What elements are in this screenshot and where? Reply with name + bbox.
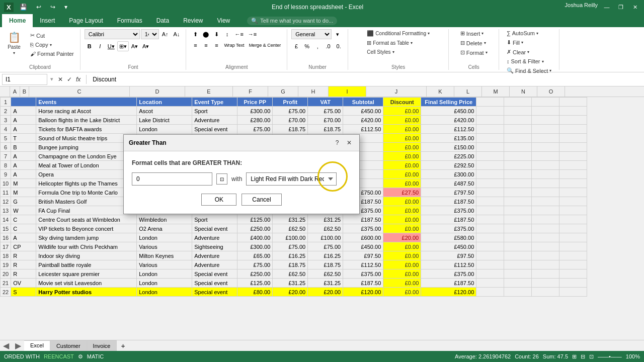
cell-M[interactable] (532, 269, 559, 279)
cell-subtotal[interactable]: £112.50 (343, 260, 383, 269)
cell-price[interactable]: £75.00 (237, 125, 273, 134)
cell-discount[interactable]: £0.00 (383, 269, 421, 279)
cell-subtotal[interactable]: £600.00 (343, 233, 383, 242)
cell-events[interactable]: Wildlife tour with Chris Peckham (36, 242, 137, 251)
col-header-A[interactable]: A (10, 86, 20, 97)
cell-event-type[interactable]: Sport (192, 107, 237, 116)
cell-discount[interactable]: £0.00 (383, 215, 421, 224)
cell-K[interactable] (476, 206, 504, 215)
cell-subtotal[interactable]: £120.00 (343, 288, 383, 297)
dialog-value-input[interactable] (132, 172, 212, 186)
cell-M[interactable] (532, 279, 559, 288)
cell-events[interactable]: Movie set visit Leavesdon (36, 279, 137, 288)
col-header-B[interactable]: B (20, 86, 29, 97)
cell-A[interactable]: A (11, 152, 36, 161)
cell-L[interactable] (504, 188, 532, 197)
cell-profit[interactable]: £75.00 (273, 242, 308, 251)
dialog-format-select[interactable]: Light Red Fill with Dark Red Text Yellow… (246, 172, 337, 186)
cell-L[interactable] (504, 215, 532, 224)
cell-discount[interactable]: £0.00 (383, 143, 421, 152)
cell-styles-button[interactable]: Cell Styles ▾ (365, 48, 396, 56)
sheet-tab-customer[interactable]: Customer (50, 340, 87, 351)
cell-location[interactable]: Lake District (137, 116, 192, 125)
cell-events[interactable]: British Masters Golf (36, 197, 137, 206)
cell-N[interactable] (559, 224, 587, 233)
font-size-select[interactable]: 14 (141, 29, 159, 39)
cell-discount[interactable]: £0.00 (383, 206, 421, 215)
cell-vat[interactable]: £62.50 (308, 269, 343, 279)
cell-final[interactable]: £450.00 (421, 242, 476, 251)
cell-L[interactable] (504, 206, 532, 215)
view-normal-icon[interactable]: ⊞ (572, 353, 577, 360)
cell-discount[interactable]: £0.00 (383, 197, 421, 206)
tab-formulas[interactable]: Formulas (110, 14, 149, 27)
cell-L[interactable] (504, 224, 532, 233)
cancel-formula-button[interactable]: ✕ (56, 76, 64, 83)
add-sheet-button[interactable]: + (117, 341, 129, 351)
bold-button[interactable]: B (85, 41, 95, 51)
cell-discount[interactable]: £0.00 (383, 134, 421, 143)
minimize-button[interactable]: — (602, 2, 612, 12)
cell-A[interactable]: A (11, 233, 36, 242)
cell-final[interactable]: £375.00 (421, 224, 476, 233)
cell-vat[interactable]: £31.25 (308, 279, 343, 288)
cell-C1[interactable]: Location (137, 98, 192, 107)
quick-access-save[interactable]: 💾 (17, 3, 30, 12)
cell-K[interactable] (476, 288, 504, 297)
cell-discount[interactable]: £0.00 (383, 251, 421, 260)
cell-K[interactable] (476, 152, 504, 161)
cell-subtotal[interactable]: £187.50 (343, 279, 383, 288)
sheet-tab-invoice[interactable]: Invoice (87, 340, 117, 351)
cell-location[interactable]: Wimbledon (137, 215, 192, 224)
cell-D1[interactable]: Event Type (192, 98, 237, 107)
delete-button[interactable]: ⊟ Delete ▾ (458, 39, 488, 47)
cell-price[interactable]: £65.00 (237, 251, 273, 260)
fill-button[interactable]: ⬇ Fill ▾ (505, 38, 525, 47)
cell-event-type[interactable]: Adventure (192, 251, 237, 260)
close-button[interactable]: ✕ (630, 2, 640, 12)
align-top-button[interactable]: ⬆ (190, 29, 200, 39)
cell-subtotal[interactable]: £375.00 (343, 269, 383, 279)
cell-A[interactable]: R (11, 251, 36, 260)
cell-final[interactable]: £450.00 (421, 107, 476, 116)
cell-event-type[interactable]: Adventure (192, 260, 237, 269)
cell-L[interactable] (504, 288, 532, 297)
number-format-dropdown[interactable]: ▾ (333, 29, 343, 39)
maximize-button[interactable]: ❐ (616, 2, 626, 12)
border-button[interactable]: ⊞▾ (117, 41, 129, 51)
cell-A[interactable]: B (11, 143, 36, 152)
confirm-formula-button[interactable]: ✓ (65, 76, 73, 83)
cell-discount[interactable]: £0.00 (383, 242, 421, 251)
cell-price[interactable]: £300.00 (237, 242, 273, 251)
cell-N[interactable] (559, 242, 587, 251)
scroll-sheet-right[interactable]: ▶ (12, 340, 24, 351)
cell-K[interactable] (476, 161, 504, 170)
cell-L[interactable] (504, 279, 532, 288)
view-page-break-icon[interactable]: ⊡ (589, 353, 594, 360)
cell-subtotal[interactable]: £450.00 (343, 242, 383, 251)
cell-M[interactable] (532, 116, 559, 125)
cell-final[interactable]: £187.50 (421, 279, 476, 288)
dialog-ok-button[interactable]: OK (201, 194, 236, 206)
cell-vat[interactable]: £100.00 (308, 233, 343, 242)
cell-K[interactable] (476, 269, 504, 279)
name-box-dropdown[interactable]: ▾ (49, 76, 54, 82)
tab-data[interactable]: Data (149, 14, 176, 27)
quick-access-more[interactable]: ▾ (61, 3, 70, 12)
cell-M[interactable] (532, 188, 559, 197)
cell-A[interactable]: T (11, 134, 36, 143)
cell-M[interactable] (532, 152, 559, 161)
cell-N[interactable] (559, 279, 587, 288)
tab-home[interactable]: Home (2, 14, 33, 27)
cell-H1[interactable]: Subtotal (343, 98, 383, 107)
autosum-button[interactable]: ∑ AutoSum ▾ (505, 29, 540, 37)
cell-profit[interactable]: £18.75 (273, 125, 308, 134)
cell-discount[interactable]: £0.00 (383, 260, 421, 269)
format-button[interactable]: ⊡ Format ▾ (458, 48, 490, 57)
greater-than-dialog[interactable]: Greater Than ? ✕ Format cells that are G… (123, 134, 360, 214)
dialog-cancel-button[interactable]: Cancel (242, 194, 281, 206)
cell-vat[interactable]: £18.75 (308, 125, 343, 134)
cell-event-type[interactable]: Special event (192, 288, 237, 297)
dialog-close-button[interactable]: ✕ (344, 138, 354, 148)
cell-events[interactable]: Harry Potter studios (36, 288, 137, 297)
